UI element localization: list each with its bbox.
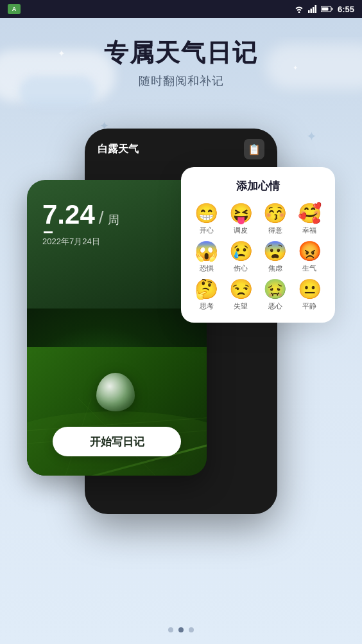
emotion-emoji-9: 😒 bbox=[229, 280, 253, 299]
emotion-panel-title: 添加心情 bbox=[193, 179, 323, 193]
emotion-label-1: 调皮 bbox=[234, 226, 248, 235]
date-cursor bbox=[44, 231, 53, 233]
dot-3[interactable] bbox=[189, 627, 194, 632]
emotion-emoji-11: 😐 bbox=[298, 280, 322, 299]
emotion-label-11: 平静 bbox=[302, 301, 316, 311]
date-number: 7.24 / 周 bbox=[42, 199, 119, 230]
emotion-emoji-4: 😱 bbox=[194, 242, 218, 261]
dot-2[interactable] bbox=[178, 627, 184, 632]
time-display: 6:55 bbox=[338, 4, 354, 14]
page-dots bbox=[168, 627, 194, 632]
emotion-label-10: 恶心 bbox=[268, 301, 282, 311]
date-full: 2022年7月24日 bbox=[42, 236, 119, 247]
wifi-icon bbox=[294, 5, 304, 13]
emotion-item-6[interactable]: 😨焦虑 bbox=[261, 242, 289, 273]
emotion-emoji-7: 😡 bbox=[298, 242, 322, 261]
emotion-emoji-2: 😚 bbox=[263, 204, 287, 223]
date-slash: / bbox=[99, 208, 104, 228]
emotion-item-7[interactable]: 😡生气 bbox=[296, 242, 324, 273]
battery-icon bbox=[321, 6, 334, 12]
emotion-label-4: 恐惧 bbox=[200, 264, 214, 273]
emotion-emoji-8: 🤔 bbox=[194, 280, 218, 299]
status-icons: 6:55 bbox=[294, 4, 354, 14]
emotion-label-0: 开心 bbox=[200, 226, 214, 235]
emotion-emoji-10: 🤢 bbox=[263, 280, 287, 299]
svg-rect-5 bbox=[322, 8, 328, 11]
emotion-item-1[interactable]: 😝调皮 bbox=[227, 204, 255, 235]
signal-icon bbox=[308, 5, 317, 13]
emotion-label-8: 思考 bbox=[200, 301, 214, 311]
svg-rect-1 bbox=[310, 9, 312, 13]
phone-container: 白露天气 📋 7.24 / 周 2022年7月24日 bbox=[27, 129, 335, 566]
emotion-label-3: 幸福 bbox=[302, 226, 316, 235]
phone-header: 白露天气 📋 bbox=[85, 129, 277, 170]
svg-rect-6 bbox=[331, 8, 332, 10]
emotion-grid: 😁开心😝调皮😚得意🥰幸福😱恐惧😢伤心😨焦虑😡生气🤔思考😒失望🤢恶心😐平静 bbox=[193, 204, 323, 311]
emotion-emoji-6: 😨 bbox=[263, 242, 287, 261]
emotion-label-7: 生气 bbox=[302, 264, 316, 273]
sub-title: 随时翻阅和补记 bbox=[0, 73, 362, 89]
svg-rect-2 bbox=[313, 7, 315, 13]
emotion-emoji-0: 😁 bbox=[194, 204, 218, 223]
emotion-emoji-3: 🥰 bbox=[298, 204, 322, 223]
status-left-label: A bbox=[12, 6, 17, 12]
date-nature-card: 7.24 / 周 2022年7月24日 bbox=[27, 180, 207, 476]
date-week: 周 bbox=[108, 212, 119, 228]
emotion-item-2[interactable]: 😚得意 bbox=[261, 204, 289, 235]
emotion-item-10[interactable]: 🤢恶心 bbox=[261, 280, 289, 311]
main-title: 专属天气日记 bbox=[0, 39, 362, 68]
calendar-icon[interactable]: 📋 bbox=[244, 139, 264, 159]
emotion-panel: 添加心情 😁开心😝调皮😚得意🥰幸福😱恐惧😢伤心😨焦虑😡生气🤔思考😒失望🤢恶心😐平… bbox=[181, 167, 335, 323]
emotion-item-3[interactable]: 🥰幸福 bbox=[296, 204, 324, 235]
emotion-item-5[interactable]: 😢伤心 bbox=[227, 242, 255, 273]
emotion-label-6: 焦虑 bbox=[268, 264, 282, 273]
svg-rect-0 bbox=[308, 10, 310, 13]
emotion-label-9: 失望 bbox=[234, 301, 248, 311]
svg-rect-3 bbox=[315, 5, 316, 13]
emotion-label-5: 伤心 bbox=[234, 264, 248, 273]
emotion-item-8[interactable]: 🤔思考 bbox=[193, 280, 221, 311]
emotion-emoji-1: 😝 bbox=[229, 204, 253, 223]
emotion-label-2: 得意 bbox=[268, 226, 282, 235]
title-area: 专属天气日记 随时翻阅和补记 bbox=[0, 39, 362, 89]
start-button-label: 开始写日记 bbox=[90, 434, 144, 449]
app-name-label: 白露天气 bbox=[98, 143, 139, 156]
date-area: 7.24 / 周 2022年7月24日 bbox=[42, 199, 119, 247]
date-value: 7.24 bbox=[42, 199, 95, 230]
leaf-texture bbox=[27, 347, 207, 476]
start-diary-button[interactable]: 开始写日记 bbox=[53, 427, 181, 456]
emotion-emoji-5: 😢 bbox=[229, 242, 253, 261]
dot-1[interactable] bbox=[168, 627, 173, 632]
emotion-item-4[interactable]: 😱恐惧 bbox=[193, 242, 221, 273]
emotion-item-9[interactable]: 😒失望 bbox=[227, 280, 255, 311]
emotion-item-11[interactable]: 😐平静 bbox=[296, 280, 324, 311]
emotion-item-0[interactable]: 😁开心 bbox=[193, 204, 221, 235]
status-bar: A 6:55 bbox=[0, 0, 362, 18]
status-left-indicator: A bbox=[8, 4, 21, 14]
